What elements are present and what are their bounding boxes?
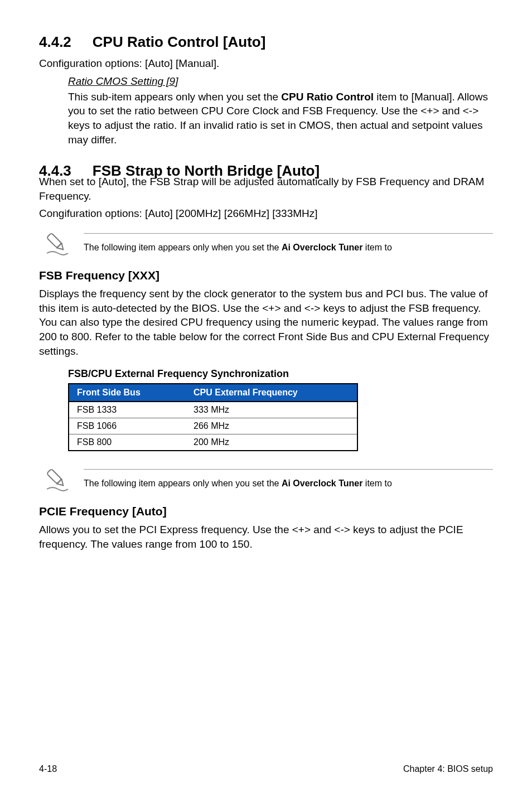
section-443-title: FSB Strap to North Bridge [Auto] <box>93 162 320 169</box>
section-442-title: CPU Ratio Control [Auto] <box>93 33 266 51</box>
pcie-frequency-heading: PCIE Frequency [Auto] <box>39 505 493 518</box>
svg-marker-1 <box>57 243 66 252</box>
section-443-heading: 4.4.3 FSB Strap to North Bridge [Auto] <box>39 162 493 169</box>
note-2-text: The following item appears only when you… <box>84 477 493 490</box>
ratio-cmos-heading: Ratio CMOS Setting [9] <box>68 75 493 88</box>
table-head-col2: CPU External Frequency <box>186 384 357 402</box>
table-cell: FSB 1333 <box>69 402 186 418</box>
section-443-body1: When set to [Auto], the FSB Strap will b… <box>39 175 493 203</box>
fsb-frequency-body: Displays the frequency sent by the clock… <box>39 287 493 358</box>
svg-marker-3 <box>57 479 66 488</box>
fsb-table-wrap: FSB/CPU External Frequency Synchronizati… <box>68 368 493 451</box>
section-442-intro: Configuration options: [Auto] [Manual]. <box>39 56 493 71</box>
table-row: FSB 800 200 MHz <box>69 434 357 451</box>
table-head-col1: Front Side Bus <box>69 384 186 402</box>
table-header-row: Front Side Bus CPU External Frequency <box>69 384 357 402</box>
table-cell: 200 MHz <box>186 434 357 451</box>
fsb-frequency-heading: FSB Frequency [XXX] <box>39 269 493 282</box>
table-cell: 333 MHz <box>186 402 357 418</box>
footer-chapter: Chapter 4: BIOS setup <box>403 764 493 774</box>
footer-page-number: 4-18 <box>39 764 57 774</box>
table-row: FSB 1066 266 MHz <box>69 418 357 434</box>
note-2: The following item appears only when you… <box>45 467 493 491</box>
table-cell: FSB 800 <box>69 434 186 451</box>
section-443-body2: Congifuration options: [Auto] [200MHz] [… <box>39 206 493 221</box>
ratio-cmos-body: This sub-item appears only when you set … <box>68 90 493 147</box>
pencil-note-icon <box>45 231 69 255</box>
table-cell: 266 MHz <box>186 418 357 434</box>
fsb-frequency-table: Front Side Bus CPU External Frequency FS… <box>68 383 358 451</box>
table-row: FSB 1333 333 MHz <box>69 402 357 418</box>
section-442-number: 4.4.2 <box>39 33 71 51</box>
ratio-cmos-block: Ratio CMOS Setting [9] This sub-item app… <box>68 75 493 147</box>
note-1-text: The following item appears only when you… <box>84 241 493 254</box>
pencil-note-icon <box>45 467 69 491</box>
page-footer: 4-18 Chapter 4: BIOS setup <box>39 761 493 774</box>
pcie-frequency-body: Allows you to set the PCI Express freque… <box>39 523 493 551</box>
section-443-number: 4.4.3 <box>39 162 71 169</box>
table-cell: FSB 1066 <box>69 418 186 434</box>
note-1: The following item appears only when you… <box>45 231 493 255</box>
fsb-table-caption: FSB/CPU External Frequency Synchronizati… <box>68 368 493 380</box>
section-442-heading: 4.4.2 CPU Ratio Control [Auto] <box>39 33 493 51</box>
